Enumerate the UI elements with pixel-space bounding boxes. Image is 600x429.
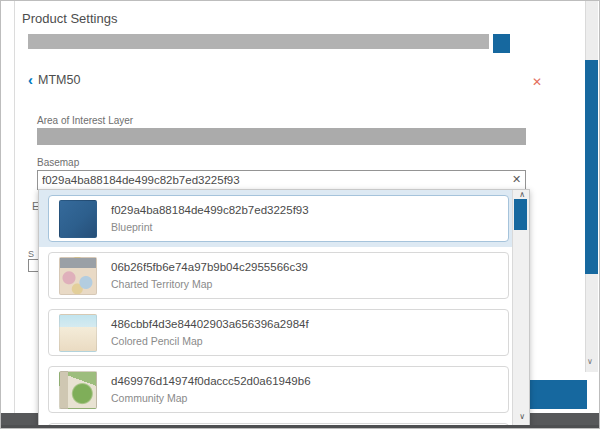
basemap-option-card[interactable]: d469976d14974f0daccc52d0a61949b6 Communi… [48,366,509,413]
basemap-option-text: 06b26f5fb6e74a97b9b04c2955566c39 Charted… [111,260,308,292]
header-action-button[interactable] [493,34,510,53]
basemap-option[interactable]: d469976d14974f0daccc52d0a61949b6 Communi… [39,361,512,418]
dropdown-scrollbar-thumb[interactable] [514,199,527,230]
basemap-option-card[interactable]: 06b26f5fb6e74a97b9b04c2955566c39 Charted… [48,252,509,299]
clear-input-icon[interactable]: ✕ [512,173,521,185]
basemap-option-text: 486cbbf4d3e84402903a656396a2984f Colored… [111,317,309,349]
chevron-left-icon: ‹ [28,73,33,87]
basemap-option-card[interactable]: 486cbbf4d3e84402903a656396a2984f Colored… [48,309,509,356]
aoi-layer-input-redacted[interactable] [37,128,526,145]
charted-territory-thumbnail [59,257,97,295]
basemap-name: Community Map [111,391,311,406]
basemap-option-card[interactable]: f029a4ba88184de499c82b7ed3225f93 Bluepri… [48,195,509,242]
community-thumbnail [59,371,97,409]
redacted-header-bar [28,34,489,49]
dialog-scrollbar-thumb[interactable] [585,60,598,274]
basemap-option-list: f029a4ba88184de499c82b7ed3225f93 Bluepri… [39,190,512,429]
obscured-field-label: S [28,249,34,259]
basemap-option-text: d469976d14974f0daccc52d0a61949b6 Communi… [111,374,311,406]
basemap-option-text: f029a4ba88184de499c82b7ed3225f93 Bluepri… [111,203,309,235]
basemap-name: Blueprint [111,220,309,235]
basemap-id: f029a4ba88184de499c82b7ed3225f93 [111,203,309,218]
basemap-input[interactable] [37,170,526,190]
basemap-option[interactable]: f029a4ba88184de499c82b7ed3225f93 Bluepri… [39,190,512,247]
panel-divider [14,1,15,413]
close-icon[interactable]: ✕ [532,76,542,88]
basemap-name: Colored Pencil Map [111,334,309,349]
scroll-down-icon[interactable]: ∨ [519,412,525,421]
back-nav-mtm50[interactable]: ‹ MTM50 [28,72,80,88]
aoi-layer-label: Area of Interest Layer [37,115,133,126]
basemap-id: 486cbbf4d3e84402903a656396a2984f [111,317,309,332]
page-title: Product Settings [22,11,117,26]
basemap-label: Basemap [37,157,79,168]
basemap-option[interactable]: 06b26f5fb6e74a97b9b04c2955566c39 Charted… [39,247,512,304]
scroll-down-icon[interactable]: ∨ [587,357,593,366]
basemap-id: d469976d14974f0daccc52d0a61949b6 [111,374,311,389]
product-settings-dialog: Product Settings ‹ MTM50 ✕ Area of Inter… [0,0,600,429]
basemap-name: Charted Territory Map [111,277,308,292]
scroll-up-icon[interactable]: ∧ [519,190,525,199]
basemap-dropdown: f029a4ba88184de499c82b7ed3225f93 Bluepri… [38,189,530,429]
basemap-option[interactable]: 486cbbf4d3e84402903a656396a2984f Colored… [39,304,512,361]
page-background-strip [1,425,600,429]
blueprint-thumbnail [59,200,97,238]
back-nav-label: MTM50 [38,73,80,87]
basemap-id: 06b26f5fb6e74a97b9b04c2955566c39 [111,260,308,275]
colored-pencil-thumbnail [59,314,97,352]
primary-action-button[interactable] [526,380,587,409]
